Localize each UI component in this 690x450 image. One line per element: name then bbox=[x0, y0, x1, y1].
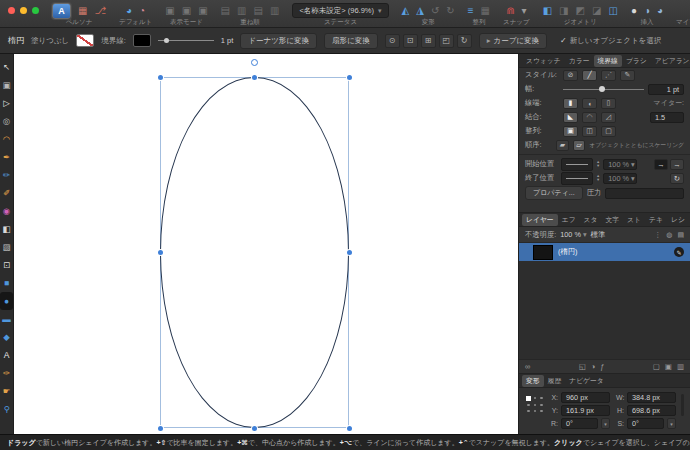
butt-cap-icon[interactable]: ▮ bbox=[563, 98, 578, 109]
properties-button[interactable]: プロパティ... bbox=[525, 186, 583, 200]
align-outside-stroke-icon[interactable]: ▢ bbox=[601, 126, 616, 137]
add-group-icon[interactable]: ▣ bbox=[665, 362, 672, 371]
handle-middle-right[interactable] bbox=[347, 250, 352, 255]
fill-swatch[interactable] bbox=[76, 34, 94, 47]
miter-value-field[interactable]: 1.5 bbox=[650, 112, 684, 123]
transform-input[interactable]: 161.9 px bbox=[561, 405, 610, 416]
canvas[interactable] bbox=[14, 54, 518, 434]
chevron-down-icon[interactable]: ▾ bbox=[667, 418, 676, 429]
affinity-designer-logo[interactable]: A bbox=[52, 3, 71, 19]
miter-join-icon[interactable]: ◣ bbox=[563, 112, 578, 123]
panel-scrollbar[interactable] bbox=[681, 394, 684, 416]
tab[interactable]: ブラシ bbox=[622, 55, 651, 67]
rotate-cw-icon[interactable]: ↻ bbox=[446, 3, 454, 18]
export-persona-icon[interactable]: ⎇ bbox=[94, 3, 106, 18]
tab[interactable]: スタ bbox=[580, 214, 602, 226]
cycle-selection-icon[interactable]: ↻ bbox=[457, 34, 472, 48]
kebab-menu-icon[interactable]: ⋮ bbox=[654, 231, 661, 239]
transform-input[interactable]: 698.6 px bbox=[627, 405, 676, 416]
flip-vertical-icon[interactable]: ◮ bbox=[416, 3, 424, 18]
color-picker-tool[interactable]: ◉ bbox=[0, 202, 14, 220]
end-stepper[interactable]: ▴▾ bbox=[597, 174, 599, 183]
ellipse-shape[interactable] bbox=[160, 77, 349, 428]
rotation-handle[interactable] bbox=[251, 59, 258, 66]
view-retina-icon[interactable]: ▣ bbox=[198, 3, 207, 18]
scale-with-object-note[interactable]: オブジェクトとともにスケーリング bbox=[589, 141, 684, 150]
no-stroke-icon[interactable]: ⊘ bbox=[563, 70, 578, 81]
stroke-width-slider[interactable] bbox=[158, 35, 214, 46]
chevron-down-icon[interactable]: ▾ bbox=[601, 418, 610, 429]
tab[interactable]: エフ bbox=[558, 214, 580, 226]
link-layer-icon[interactable]: ∞ bbox=[525, 362, 530, 371]
handle-middle-left[interactable] bbox=[158, 250, 163, 255]
tab[interactable]: 文字 bbox=[602, 214, 624, 226]
add-layer-icon[interactable]: ▢ bbox=[653, 362, 660, 371]
brush-stroke-icon[interactable]: ✎ bbox=[620, 70, 635, 81]
alignment-icon[interactable]: ≡ bbox=[468, 3, 474, 18]
pen-tool[interactable]: ✒ bbox=[0, 148, 14, 166]
insert-on-top-icon[interactable]: ◑ bbox=[644, 3, 650, 18]
text-tool[interactable]: A bbox=[0, 346, 14, 364]
vector-brush-tool[interactable]: ✐ bbox=[0, 184, 14, 202]
move-tool[interactable]: ↖ bbox=[0, 58, 14, 76]
layer-effects-icon[interactable]: ƒ bbox=[600, 362, 604, 371]
tab[interactable]: スト bbox=[623, 214, 645, 226]
corner-tool[interactable]: ◠ bbox=[0, 130, 14, 148]
edit-badge-icon[interactable]: ✎ bbox=[674, 247, 684, 257]
align-center-stroke-icon[interactable]: ▣ bbox=[563, 126, 578, 137]
delete-layer-icon[interactable]: ▥ bbox=[677, 362, 684, 371]
adjustment-layer-icon[interactable]: ◑ bbox=[591, 362, 596, 371]
boolean-divide-icon[interactable]: ◪ bbox=[592, 3, 601, 18]
preset-default-icon[interactable]: ◔ bbox=[139, 3, 145, 18]
align-inside-stroke-icon[interactable]: ◫ bbox=[582, 126, 597, 137]
dash-stroke-icon[interactable]: ⋰ bbox=[601, 70, 616, 81]
tab[interactable]: テキ bbox=[645, 214, 667, 226]
sync-arrowheads-button[interactable]: ↻ bbox=[670, 173, 684, 184]
width-value-field[interactable]: 1 pt bbox=[648, 84, 684, 95]
artboard-tool[interactable]: ▣ bbox=[0, 76, 14, 94]
square-cap-icon[interactable]: ▯ bbox=[601, 98, 616, 109]
style-picker-tool[interactable]: ✑ bbox=[0, 364, 14, 382]
handle-bottom-left[interactable] bbox=[158, 426, 163, 431]
rotate-ccw-icon[interactable]: ↺ bbox=[431, 3, 439, 18]
fill-tool[interactable]: ◧ bbox=[0, 220, 14, 238]
document-title-dropdown[interactable]: <名称未設定> (96.9%) ▾ bbox=[292, 3, 388, 18]
convert-to-pie-button[interactable]: 扇形に変換 bbox=[324, 33, 378, 49]
tab[interactable]: レシ bbox=[667, 214, 689, 226]
ellipse-tool[interactable]: ● bbox=[0, 292, 13, 310]
insert-behind-icon[interactable]: ● bbox=[631, 3, 637, 18]
move-snap-icon[interactable]: ⊞ bbox=[421, 34, 436, 48]
handle-top-left[interactable] bbox=[158, 75, 163, 80]
convert-to-donut-button[interactable]: ドーナツ形に変換 bbox=[240, 33, 317, 49]
tab[interactable]: レイヤー bbox=[522, 214, 558, 226]
transform-input[interactable]: 960 px bbox=[561, 392, 610, 403]
boolean-add-icon[interactable]: ◧ bbox=[543, 3, 552, 18]
pixel-persona-icon[interactable]: ▦ bbox=[78, 3, 87, 18]
tab[interactable]: 境界線 bbox=[594, 55, 622, 67]
point-transform-tool[interactable]: ◎ bbox=[0, 112, 14, 130]
copy-arrowhead-button[interactable]: → bbox=[670, 159, 684, 170]
rectangle-tool[interactable]: ■ bbox=[0, 274, 14, 292]
stroke-swatch[interactable] bbox=[133, 34, 151, 47]
snapping-magnet-icon[interactable]: ⋒ bbox=[506, 3, 514, 18]
tab[interactable]: 変形 bbox=[522, 375, 544, 387]
mask-layer-icon[interactable]: ◱ bbox=[579, 362, 586, 371]
start-arrowhead-dropdown[interactable] bbox=[561, 158, 593, 171]
tab[interactable]: カラー bbox=[565, 55, 594, 67]
insert-inside-icon[interactable]: ◕ bbox=[657, 3, 663, 18]
rotation-center-icon[interactable]: ⊙ bbox=[385, 34, 400, 48]
lock-icon[interactable]: ▤ bbox=[677, 231, 684, 239]
tab[interactable]: アピアランス bbox=[651, 55, 690, 67]
handle-bottom-right[interactable] bbox=[347, 426, 352, 431]
move-to-front-icon[interactable]: ▤ bbox=[221, 3, 230, 18]
pressure-profile-editor[interactable] bbox=[605, 188, 684, 199]
move-backward-icon[interactable]: ▤ bbox=[254, 3, 263, 18]
boolean-subtract-icon[interactable]: ◨ bbox=[559, 3, 568, 18]
angle-input[interactable]: 0° bbox=[561, 418, 598, 429]
polygon-tool[interactable]: ◆ bbox=[0, 328, 14, 346]
layer-list[interactable]: (楕円) ✎ bbox=[519, 243, 690, 359]
move-to-back-icon[interactable]: ▥ bbox=[270, 3, 279, 18]
swap-arrowheads-button[interactable]: → bbox=[654, 159, 668, 170]
round-join-icon[interactable]: ◠ bbox=[582, 112, 597, 123]
anchor-point-selector[interactable] bbox=[525, 394, 545, 414]
